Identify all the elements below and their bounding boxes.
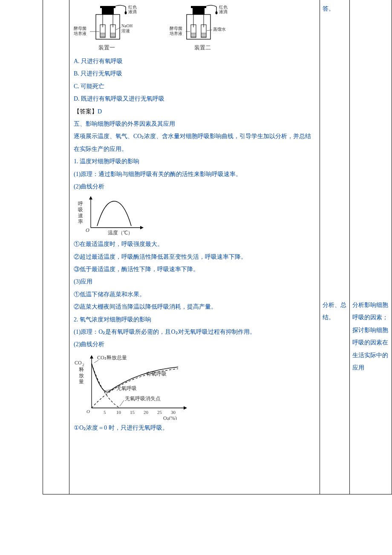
temp-b3: ③低于最适温度，酶活性下降，呼吸速率下降。 — [74, 263, 315, 275]
temp-b1: ①在最适温度时，呼吸强度最大。 — [74, 238, 315, 250]
temp-a2: ②蔬菜大棚夜间适当降温以降低呼吸消耗，提高产量。 — [74, 301, 315, 313]
svg-marker-46 — [89, 196, 92, 199]
svg-text:CO: CO — [75, 360, 82, 366]
svg-rect-23 — [187, 14, 210, 39]
apparatus-2-svg: 红色 液滴 酵母菌 培养液 蒸馏水 — [170, 3, 236, 43]
col3-top-text: 答。 — [323, 3, 347, 15]
o2-curve-title: (2)曲线分析 — [74, 338, 315, 350]
intent-column: 分析影响细胞呼吸的因素；探讨影响细胞呼吸的因素在生活实际中的应用 — [350, 0, 392, 494]
svg-line-68 — [104, 389, 115, 391]
temp-a1: ①低温下储存蔬菜和水果。 — [74, 288, 315, 301]
oxygen-curve: CO 2 释 放 量 CO₂释放总量 有氧呼吸 无氧呼吸 无氧呼吸消失点 O 5 — [74, 352, 193, 420]
apparatus-diagrams: 红色 液滴 酵母菌 培养液 NaOH 溶液 装置一 — [74, 3, 315, 52]
svg-text:15: 15 — [130, 410, 135, 415]
svg-text:无氧呼吸消失点: 无氧呼吸消失点 — [125, 396, 161, 402]
svg-text:温度（℃）: 温度（℃） — [108, 230, 133, 236]
answer-value: D — [98, 108, 102, 115]
svg-text:20: 20 — [144, 410, 149, 415]
svg-text:O₂(%): O₂(%) — [163, 415, 177, 420]
svg-text:无氧呼吸: 无氧呼吸 — [116, 385, 137, 391]
svg-text:呼: 呼 — [78, 201, 83, 207]
temp-principle: (1)原理：通过影响与细胞呼吸有关的酶的活性来影响呼吸速率。 — [74, 168, 315, 180]
answer-label: 【答案】 — [74, 108, 98, 115]
temp-app-title: (3)应用 — [74, 275, 315, 288]
temp-heading: 1. 温度对细胞呼吸的影响 — [74, 155, 315, 168]
svg-line-44 — [207, 30, 212, 31]
student-activity-column: 答。 分析、总结。 — [320, 0, 350, 494]
svg-point-14 — [125, 12, 127, 14]
temp-b2: ②超过最适温度，呼吸酶活性降低甚至变性失活，呼吸速率下降。 — [74, 251, 315, 263]
svg-text:放: 放 — [79, 373, 84, 379]
option-c: C. 可能死亡 — [74, 80, 315, 92]
svg-text:速: 速 — [78, 213, 83, 219]
option-d: D. 既进行有氧呼吸又进行无氧呼吸 — [74, 92, 315, 105]
main-content-column: 红色 液滴 酵母菌 培养液 NaOH 溶液 装置一 — [69, 0, 320, 494]
column-1-spacer — [43, 0, 69, 494]
o2-b1: ①O₂浓度＝0 时，只进行无氧呼吸。 — [74, 422, 315, 434]
apparatus-1: 红色 液滴 酵母菌 培养液 NaOH 溶液 装置一 — [74, 3, 140, 52]
svg-text:红色: 红色 — [219, 5, 228, 9]
svg-marker-48 — [140, 226, 144, 229]
svg-text:吸: 吸 — [78, 207, 83, 213]
svg-point-37 — [216, 12, 218, 14]
apparatus-1-caption: 装置一 — [98, 44, 115, 52]
temp-curve-title: (2)曲线分析 — [74, 180, 315, 193]
svg-text:培养液: 培养液 — [170, 31, 182, 36]
svg-text:液滴: 液滴 — [219, 9, 228, 14]
svg-text:25: 25 — [157, 410, 162, 415]
option-b: B. 只进行无氧呼吸 — [74, 67, 315, 80]
svg-text:酵母菌: 酵母菌 — [74, 26, 86, 31]
svg-text:有氧呼吸: 有氧呼吸 — [146, 371, 167, 377]
svg-text:30: 30 — [171, 410, 176, 415]
svg-text:酵母菌: 酵母菌 — [170, 26, 182, 31]
svg-line-70 — [120, 400, 124, 406]
svg-text:液滴: 液滴 — [128, 9, 137, 14]
apparatus-1-svg: 红色 液滴 酵母菌 培养液 NaOH 溶液 — [74, 3, 140, 43]
svg-text:培养液: 培养液 — [74, 31, 86, 36]
answer-options: A. 只进行有氧呼吸 B. 只进行无氧呼吸 C. 可能死亡 D. 既进行有氧呼吸… — [74, 55, 315, 105]
svg-text:量: 量 — [79, 379, 84, 384]
svg-text:率: 率 — [78, 219, 83, 225]
apparatus-2-caption: 装置二 — [194, 44, 211, 52]
svg-text:10: 10 — [116, 410, 121, 415]
o2-heading: 2. 氧气浓度对细胞呼吸的影响 — [74, 313, 315, 326]
svg-marker-58 — [184, 406, 187, 410]
temperature-curve: 呼 吸 速 率 O 温度（℃） — [74, 194, 150, 236]
apparatus-2: 红色 液滴 酵母菌 培养液 蒸馏水 装置二 — [170, 3, 236, 52]
svg-text:溶液: 溶液 — [121, 29, 130, 33]
svg-text:O: O — [86, 409, 90, 414]
svg-rect-0 — [96, 14, 120, 39]
lesson-table: 红色 液滴 酵母菌 培养液 NaOH 溶液 装置一 — [43, 0, 392, 494]
svg-text:CO₂释放总量: CO₂释放总量 — [97, 355, 127, 361]
svg-marker-56 — [90, 355, 93, 358]
col3-bottom-text: 分析、总结。 — [323, 299, 347, 324]
svg-line-65 — [94, 360, 98, 363]
o2-principle: (1)原理：O₂是有氧呼吸所必需的，且O₂对无氧呼吸过程有抑制作用。 — [74, 326, 315, 338]
answer-line: 【答案】D — [74, 105, 315, 118]
svg-text:蒸馏水: 蒸馏水 — [213, 27, 226, 32]
section-5-intro: 逐项展示温度、氧气、CO₂浓度、含水量对细胞呼吸影响曲线，引导学生加以分析，并总… — [74, 130, 315, 155]
svg-text:NaOH: NaOH — [121, 23, 133, 28]
section-5-title: 五、影响细胞呼吸的外界因素及其应用 — [74, 118, 315, 130]
option-a: A. 只进行有氧呼吸 — [74, 55, 315, 67]
svg-text:红色: 红色 — [128, 5, 137, 9]
svg-text:O: O — [86, 227, 89, 233]
svg-text:5: 5 — [104, 410, 106, 415]
col4-text: 分析影响细胞呼吸的因素；探讨影响细胞呼吸的因素在生活实际中的应用 — [352, 299, 392, 374]
svg-text:释: 释 — [79, 367, 84, 373]
